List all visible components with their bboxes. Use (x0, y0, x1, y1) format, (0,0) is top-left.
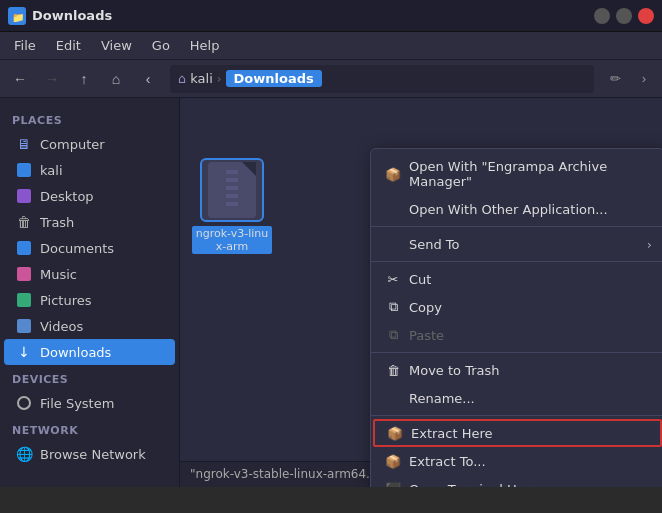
menu-help[interactable]: Help (182, 35, 228, 56)
minimize-button[interactable] (594, 8, 610, 24)
ctx-send-to[interactable]: Send To › (371, 230, 662, 258)
ctx-cut[interactable]: ✂ Cut (371, 265, 662, 293)
ctx-open-other[interactable]: Open With Other Application... (371, 195, 662, 223)
places-section-label: Places (0, 106, 179, 131)
file-name-label: ngrok-v3-linux-arm (192, 226, 272, 254)
breadcrumb-separator: › (217, 72, 222, 86)
svg-text:📁: 📁 (12, 11, 23, 22)
breadcrumb-kali[interactable]: kali (190, 71, 213, 86)
ctx-open-terminal-label: Open Terminal Here (409, 482, 650, 488)
send-to-icon (385, 236, 401, 252)
network-section-label: Network (0, 416, 179, 441)
edit-path-button[interactable]: ✏ (602, 66, 628, 92)
sidebar-label-downloads: Downloads (40, 345, 111, 360)
ctx-copy[interactable]: ⧉ Copy (371, 293, 662, 321)
title-bar-left: 📁 Downloads (8, 7, 112, 25)
ctx-open-other-label: Open With Other Application... (409, 202, 650, 217)
zip-stripe (226, 170, 238, 210)
ctx-cut-label: Cut (409, 272, 650, 287)
sidebar-item-pictures[interactable]: Pictures (4, 287, 175, 313)
sidebar-item-filesystem[interactable]: File System (4, 390, 175, 416)
move-trash-icon: 🗑 (385, 362, 401, 378)
sidebar-item-browsenetwork[interactable]: 🌐 Browse Network (4, 441, 175, 467)
sidebar-item-documents[interactable]: Documents (4, 235, 175, 261)
cut-icon: ✂ (385, 271, 401, 287)
breadcrumb-home[interactable]: ⌂ (178, 71, 186, 86)
engrampa-icon: 📦 (385, 166, 401, 182)
menu-go[interactable]: Go (144, 35, 178, 56)
kali-icon (16, 162, 32, 178)
sidebar-label-music: Music (40, 267, 77, 282)
file-icon-zip (208, 162, 256, 218)
ctx-open-terminal[interactable]: ⬛ Open Terminal Here (371, 475, 662, 487)
extract-to-icon: 📦 (385, 453, 401, 469)
ctx-extract-here[interactable]: 📦 Extract Here (373, 419, 662, 447)
send-to-arrow: › (647, 237, 652, 252)
desktop-icon (16, 188, 32, 204)
sidebar: Places 🖥 Computer kali Desktop 🗑 Trash D… (0, 98, 180, 487)
rename-icon (385, 390, 401, 406)
ctx-sep-1 (371, 226, 662, 227)
sidebar-label-trash: Trash (40, 215, 74, 230)
sidebar-item-downloads[interactable]: ↓ Downloads (4, 339, 175, 365)
nav-chevron-button[interactable]: › (632, 67, 656, 91)
ctx-paste[interactable]: ⧉ Paste (371, 321, 662, 349)
close-button[interactable] (638, 8, 654, 24)
network-icon: 🌐 (16, 446, 32, 462)
forward-button[interactable]: → (38, 65, 66, 93)
sidebar-item-desktop[interactable]: Desktop (4, 183, 175, 209)
ctx-rename-label: Rename... (409, 391, 650, 406)
menu-edit[interactable]: Edit (48, 35, 89, 56)
sidebar-item-kali[interactable]: kali (4, 157, 175, 183)
breadcrumb: ⌂ kali › Downloads (170, 65, 594, 93)
file-icon-container (200, 158, 264, 222)
music-icon (16, 266, 32, 282)
sidebar-item-trash[interactable]: 🗑 Trash (4, 209, 175, 235)
file-item-ngrok[interactable]: ngrok-v3-linux-arm (192, 158, 272, 254)
sidebar-label-computer: Computer (40, 137, 105, 152)
sidebar-label-videos: Videos (40, 319, 83, 334)
sidebar-label-pictures: Pictures (40, 293, 91, 308)
open-other-icon (385, 201, 401, 217)
home-button[interactable]: ⌂ (102, 65, 130, 93)
ctx-extract-to-label: Extract To... (409, 454, 650, 469)
documents-icon (16, 240, 32, 256)
ctx-open-engrampa-label: Open With "Engrampa Archive Manager" (409, 159, 650, 189)
sidebar-item-music[interactable]: Music (4, 261, 175, 287)
breadcrumb-current[interactable]: Downloads (226, 70, 322, 87)
ctx-copy-label: Copy (409, 300, 650, 315)
title-bar: 📁 Downloads (0, 0, 662, 32)
sidebar-label-filesystem: File System (40, 396, 114, 411)
window-controls (594, 8, 654, 24)
menu-file[interactable]: File (6, 35, 44, 56)
sidebar-label-desktop: Desktop (40, 189, 94, 204)
ctx-move-trash-label: Move to Trash (409, 363, 650, 378)
app-icon: 📁 (8, 7, 26, 25)
ctx-extract-to[interactable]: 📦 Extract To... (371, 447, 662, 475)
downloads-icon: ↓ (16, 344, 32, 360)
ctx-rename[interactable]: Rename... (371, 384, 662, 412)
menu-view[interactable]: View (93, 35, 140, 56)
back-button[interactable]: ← (6, 65, 34, 93)
ctx-move-trash[interactable]: 🗑 Move to Trash (371, 356, 662, 384)
context-menu: 📦 Open With "Engrampa Archive Manager" O… (370, 148, 662, 487)
videos-icon (16, 318, 32, 334)
ctx-open-engrampa[interactable]: 📦 Open With "Engrampa Archive Manager" (371, 153, 662, 195)
trash-icon: 🗑 (16, 214, 32, 230)
ctx-sep-2 (371, 261, 662, 262)
copy-icon: ⧉ (385, 299, 401, 315)
ctx-paste-label: Paste (409, 328, 650, 343)
sidebar-item-videos[interactable]: Videos (4, 313, 175, 339)
sidebar-label-documents: Documents (40, 241, 114, 256)
paste-icon: ⧉ (385, 327, 401, 343)
ctx-send-to-label: Send To (409, 237, 650, 252)
menu-bar: File Edit View Go Help (0, 32, 662, 60)
up-button[interactable]: ↑ (70, 65, 98, 93)
content-area: ngrok-v3-linux-arm 📦 Open With "Engrampa… (180, 98, 662, 487)
toolbar: ← → ↑ ⌂ ‹ ⌂ kali › Downloads ✏ › (0, 60, 662, 98)
maximize-button[interactable] (616, 8, 632, 24)
computer-icon: 🖥 (16, 136, 32, 152)
left-nav-button[interactable]: ‹ (134, 65, 162, 93)
pictures-icon (16, 292, 32, 308)
sidebar-item-computer[interactable]: 🖥 Computer (4, 131, 175, 157)
